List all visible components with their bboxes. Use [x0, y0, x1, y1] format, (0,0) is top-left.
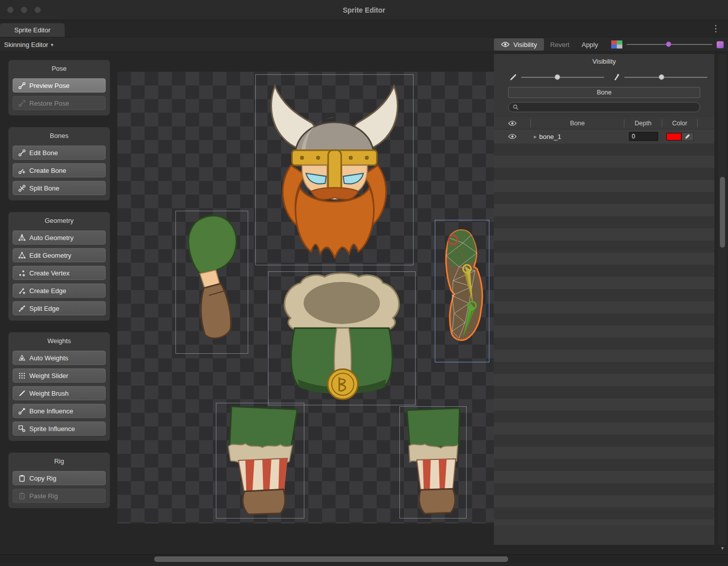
header-depth-column: Depth [624, 119, 662, 127]
sprite-influence-button[interactable]: Sprite Influence [13, 421, 106, 436]
pose-panel-title: Pose [13, 64, 106, 73]
bone-tab-button[interactable]: Bone [508, 87, 700, 98]
revert-button[interactable]: Revert [544, 41, 575, 49]
edit-bone-button[interactable]: Edit Bone [13, 146, 106, 160]
edit-bone-label: Edit Bone [29, 149, 58, 157]
tool-sidebar: Pose Preview Pose Restore Pose Bones [8, 60, 110, 520]
weights-panel: Weights Auto Weights Weight Slider Weigh… [8, 332, 110, 441]
sprite-left-leg[interactable] [216, 403, 304, 518]
bone-search-input[interactable] [522, 104, 696, 111]
split-edge-icon [18, 304, 26, 312]
visibility-panel-title: Visibility [494, 56, 714, 67]
bone-table-header: Bone Depth Color [494, 117, 714, 129]
create-edge-icon [18, 287, 26, 295]
paste-rig-button[interactable]: Paste Rig [13, 489, 106, 503]
weight-brush-icon [18, 389, 26, 397]
paste-rig-label: Paste Rig [29, 492, 58, 500]
geometry-panel: Geometry Auto Geometry Edit Geometry Cre… [8, 212, 110, 321]
create-edge-label: Create Edge [29, 287, 66, 295]
kebab-menu-icon[interactable]: ⋮ [711, 24, 720, 34]
auto-geometry-icon [18, 233, 26, 242]
bone-color-swatch[interactable] [666, 133, 681, 140]
split-bone-label: Split Bone [29, 184, 59, 192]
editor-mode-dropdown[interactable]: Skinning Editor ▾ [4, 41, 53, 49]
bone-opacity-slider[interactable] [624, 73, 707, 82]
sprite-influence-label: Sprite Influence [29, 425, 75, 433]
geometry-panel-title: Geometry [13, 216, 106, 225]
sprite-right-leg[interactable] [399, 406, 467, 518]
auto-weights-button[interactable]: Auto Weights [13, 351, 106, 365]
mesh-opacity-slider-thumb[interactable] [555, 74, 560, 80]
copy-rig-button[interactable]: Copy Rig [13, 471, 106, 485]
auto-weights-label: Auto Weights [29, 354, 68, 362]
preview-pose-button[interactable]: Preview Pose [13, 78, 106, 92]
eyedropper-icon[interactable] [681, 132, 694, 141]
bone-opacity-slider-track[interactable] [624, 77, 707, 78]
sprite-torso[interactable] [268, 271, 416, 405]
paste-rig-icon [18, 492, 26, 500]
weights-panel-title: Weights [13, 337, 106, 346]
create-edge-button[interactable]: Create Edge [13, 284, 106, 298]
create-vertex-label: Create Vertex [29, 269, 70, 277]
split-bone-button[interactable]: Split Bone [13, 181, 106, 195]
eye-icon [501, 41, 510, 48]
create-vertex-button[interactable]: Create Vertex [13, 266, 106, 280]
bone-influence-button[interactable]: Bone Influence [13, 404, 106, 418]
bone-opacity-brush-icon [508, 73, 518, 82]
header-bone-column: Bone [531, 119, 624, 127]
tab-sprite-editor[interactable]: Sprite Editor [0, 23, 65, 37]
bone-opacity-slider-thumb[interactable] [659, 74, 664, 80]
edit-bone-icon [18, 149, 26, 157]
tab-sprite-editor-label: Sprite Editor [14, 26, 51, 34]
horizontal-scrollbar[interactable] [0, 554, 728, 563]
vertical-scrollbar[interactable] [718, 54, 726, 545]
sprite-rigged-arm[interactable] [435, 220, 489, 362]
overlay-alpha-slider[interactable] [626, 40, 712, 49]
bone-row[interactable]: ▸ bone_1 [494, 129, 714, 144]
rig-panel: Rig Copy Rig Paste Rig [8, 452, 110, 508]
bone-visibility-eye-icon[interactable] [508, 133, 517, 139]
horizontal-scrollbar-thumb[interactable] [154, 556, 508, 562]
overlay-alpha-slider-thumb[interactable] [666, 41, 671, 47]
bone-list-empty-rows [494, 144, 714, 526]
sprite-canvas[interactable] [117, 72, 494, 524]
create-bone-button[interactable]: Create Bone [13, 163, 106, 177]
copy-rig-label: Copy Rig [29, 475, 56, 482]
tab-row: Sprite Editor ⋮ [0, 21, 728, 37]
create-bone-label: Create Bone [29, 167, 66, 174]
scroll-down-icon[interactable]: ▼ [718, 546, 726, 551]
auto-geometry-button[interactable]: Auto Geometry [13, 230, 106, 245]
window-title: Sprite Editor [0, 0, 728, 20]
weight-brush-button[interactable]: Weight Brush [13, 386, 106, 400]
weight-slider-icon [18, 371, 26, 380]
weight-slider-button[interactable]: Weight Slider [13, 368, 106, 383]
restore-pose-icon [18, 99, 26, 107]
edit-geometry-icon [18, 251, 26, 259]
bone-influence-icon [18, 407, 26, 415]
restore-pose-label: Restore Pose [29, 100, 69, 107]
editor-mode-label: Skinning Editor [4, 41, 48, 49]
visibility-toggle-label: Visibility [513, 41, 537, 49]
mesh-opacity-slider-track[interactable] [521, 77, 604, 78]
bone-depth-input[interactable] [629, 132, 658, 141]
visibility-sliders-row [494, 71, 714, 84]
split-bone-icon [18, 184, 26, 192]
bone-name: bone_1 [539, 133, 561, 140]
mesh-opacity-slider[interactable] [521, 73, 604, 82]
split-edge-button[interactable]: Split Edge [13, 301, 106, 315]
vertical-scrollbar-thumb[interactable] [720, 177, 725, 248]
visibility-toggle-button[interactable]: Visibility [494, 38, 544, 51]
pose-panel: Pose Preview Pose Restore Pose [8, 60, 110, 116]
bone-search-field[interactable] [508, 102, 700, 112]
apply-button[interactable]: Apply [575, 41, 604, 49]
disclosure-triangle-icon[interactable]: ▸ [534, 133, 537, 140]
bone-opacity-icon [611, 73, 621, 82]
restore-pose-button[interactable]: Restore Pose [13, 96, 106, 110]
sprite-editor-window: Sprite Editor Sprite Editor ⋮ Skinning E… [0, 0, 728, 566]
weight-slider-label: Weight Slider [29, 372, 68, 380]
bone-tab-label: Bone [597, 89, 611, 96]
edit-geometry-button[interactable]: Edit Geometry [13, 248, 106, 262]
sprite-viking-head[interactable] [255, 74, 414, 265]
bones-panel: Bones Edit Bone Create Bone Split Bone [8, 127, 110, 201]
sprite-mitten-arm[interactable] [175, 211, 248, 354]
